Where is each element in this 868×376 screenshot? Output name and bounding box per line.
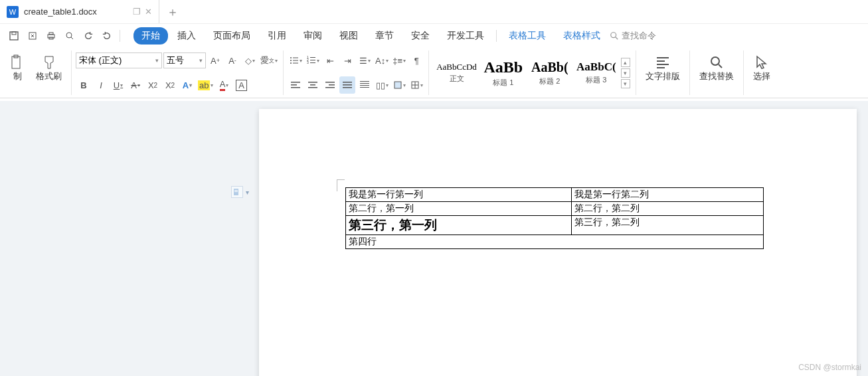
style-normal[interactable]: AaBbCcDd正文 [433, 60, 480, 86]
svg-rect-31 [343, 82, 352, 83]
tab-view[interactable]: 视图 [331, 27, 366, 45]
table-cell[interactable]: 第三行，第二列 [571, 216, 763, 235]
search-icon [610, 31, 619, 41]
tab-home[interactable]: 开始 [133, 27, 168, 45]
tab-chapter[interactable]: 章节 [367, 27, 402, 45]
svg-rect-36 [360, 85, 369, 86]
table-row: 第二行，第一列 第二行，第二列 [346, 202, 764, 216]
svg-text:3: 3 [307, 60, 309, 64]
distribute-button[interactable] [357, 76, 373, 94]
paste-button[interactable]: 制 [5, 52, 29, 85]
table-cell[interactable]: 第二行，第二列 [571, 202, 763, 216]
search-command[interactable]: 查找命令 [610, 30, 669, 42]
table-cell[interactable]: 第四行 [346, 235, 764, 249]
tab-security[interactable]: 安全 [403, 27, 438, 45]
borders-button[interactable] [408, 76, 424, 94]
svg-rect-44 [657, 64, 669, 65]
align-justify-button[interactable] [339, 76, 355, 94]
new-tab-button[interactable]: ＋ [159, 0, 186, 23]
tab-table-tools[interactable]: 表格工具 [501, 27, 554, 45]
clipboard-group: 制 格式刷 [1, 50, 72, 95]
char-border-button[interactable]: A [233, 76, 249, 94]
tab-review[interactable]: 审阅 [296, 27, 330, 45]
svg-rect-17 [310, 57, 315, 58]
italic-button[interactable]: I [93, 76, 109, 94]
font-size-select[interactable]: 五号▾ [163, 52, 206, 68]
tab-reference[interactable]: 引用 [260, 27, 294, 45]
document-table[interactable]: 我是第一行第一列 我是第一行第二列 第二行，第一列 第二行，第二列 第三行，第一… [345, 187, 764, 249]
table-cell[interactable]: 我是第一行第一列 [346, 188, 572, 202]
select-button[interactable]: 选择 [748, 52, 776, 85]
svg-rect-30 [325, 87, 335, 88]
tab-title: create_table1.docx [24, 7, 128, 17]
styles-group: AaBbCcDd正文 AaBb标题 1 AaBb(标题 2 AaBbC(标题 3… [429, 50, 636, 95]
sort-button[interactable]: ☰ [357, 52, 373, 69]
underline-button[interactable]: U [110, 76, 126, 94]
svg-rect-22 [291, 82, 300, 83]
tab-window-icon[interactable]: ❐ [133, 7, 141, 17]
text-typeset-group: 文字排版 [636, 50, 690, 95]
styles-scroll[interactable]: ▴▾▾ [620, 58, 632, 88]
style-heading1[interactable]: AaBb标题 1 [480, 56, 527, 90]
bullets-button[interactable] [288, 52, 304, 69]
shading-button[interactable] [391, 76, 407, 94]
tab-close-icon[interactable]: ✕ [145, 7, 152, 17]
style-heading3[interactable]: AaBbC(标题 3 [573, 58, 620, 87]
document-page[interactable]: 我是第一行第一列 我是第一行第二列 第二行，第一列 第二行，第二列 第三行，第一… [259, 109, 857, 376]
line-spacing-button[interactable]: ‡≡ [391, 52, 407, 69]
font-family-select[interactable]: 宋体 (正文)▾ [76, 52, 162, 68]
find-replace-group: 查找替换 [690, 50, 744, 95]
document-tab[interactable]: W create_table1.docx ❐ ✕ [0, 0, 159, 23]
tab-insert[interactable]: 插入 [169, 27, 204, 45]
columns-button[interactable]: ▯▯ [374, 76, 390, 94]
find-replace-button[interactable]: 查找替换 [694, 52, 739, 85]
typeset-button[interactable]: 文字排版 [640, 52, 685, 85]
format-painter-button[interactable]: 格式刷 [31, 52, 67, 85]
svg-rect-38 [394, 82, 401, 88]
show-marks-button[interactable]: ¶ [408, 52, 424, 69]
svg-point-14 [290, 62, 292, 64]
svg-point-46 [711, 57, 719, 65]
svg-rect-0 [10, 32, 18, 40]
svg-rect-11 [293, 58, 298, 58]
text-effects-button[interactable]: A [179, 76, 195, 94]
style-heading2[interactable]: AaBb(标题 2 [527, 58, 573, 88]
svg-rect-45 [657, 67, 665, 68]
search-placeholder: 查找命令 [622, 30, 656, 42]
asian-layout-button[interactable]: A↕ [374, 52, 390, 69]
page-options-icon[interactable] [231, 186, 243, 198]
superscript-button[interactable]: X2 [145, 76, 161, 94]
numbering-button[interactable]: 123 [305, 52, 321, 69]
svg-rect-21 [310, 62, 315, 63]
align-center-button[interactable] [305, 76, 321, 94]
undo-button[interactable] [80, 27, 97, 45]
table-cell[interactable]: 第二行，第一列 [346, 202, 572, 216]
shrink-font-button[interactable]: A- [224, 52, 240, 69]
svg-point-7 [611, 33, 616, 38]
redo-button[interactable] [98, 27, 116, 45]
preview-icon[interactable] [61, 27, 78, 45]
subscript-button[interactable]: X2 [162, 76, 178, 94]
strikethrough-button[interactable]: A [128, 76, 143, 94]
grow-font-button[interactable]: A+ [207, 52, 223, 69]
increase-indent-button[interactable]: ⇥ [339, 52, 355, 69]
table-cell[interactable]: 第三行，第一列 [346, 216, 572, 235]
chevron-down-icon[interactable]: ▾ [246, 189, 249, 196]
page-control[interactable]: ▾ [231, 186, 249, 198]
export-icon[interactable] [24, 27, 41, 45]
align-left-button[interactable] [288, 76, 304, 94]
svg-rect-42 [657, 57, 669, 58]
decrease-indent-button[interactable]: ⇤ [322, 52, 338, 69]
clear-format-button[interactable]: ◇ [242, 52, 258, 69]
bold-button[interactable]: B [76, 76, 92, 94]
font-color-button[interactable]: A [216, 76, 232, 94]
highlight-button[interactable]: ab [197, 76, 215, 94]
print-icon[interactable] [43, 27, 60, 45]
align-right-button[interactable] [322, 76, 338, 94]
save-icon[interactable] [5, 27, 23, 45]
phonetic-button[interactable]: 愛文 [259, 52, 279, 69]
tab-layout[interactable]: 页面布局 [205, 27, 258, 45]
tab-table-style[interactable]: 表格样式 [555, 27, 608, 45]
table-cell[interactable]: 我是第一行第二列 [571, 188, 763, 202]
tab-developer[interactable]: 开发工具 [439, 27, 492, 45]
